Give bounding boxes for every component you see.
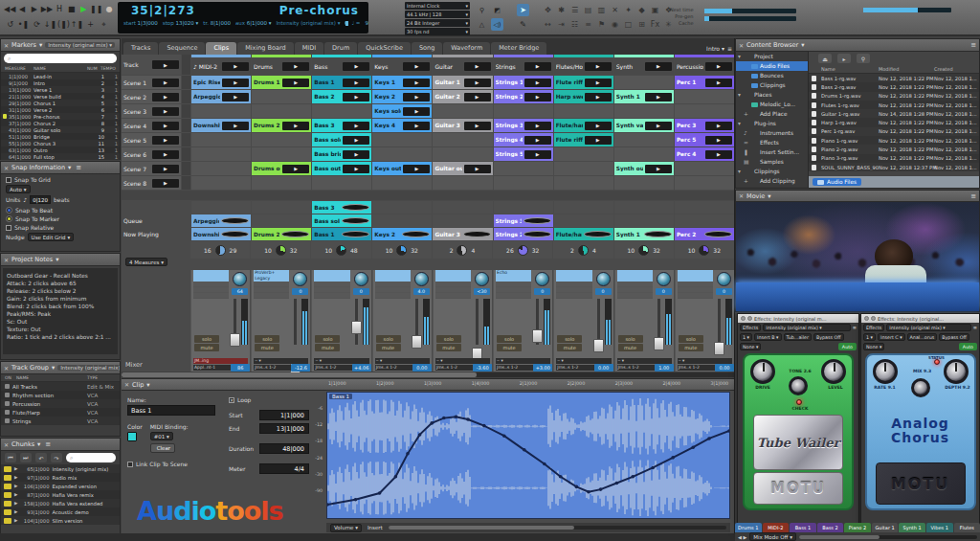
marker-row[interactable]: 37|1|000Chorus 281 [1, 120, 120, 126]
clip-cell[interactable]: Guitar outro▶ [433, 162, 492, 175]
clear-binding-button[interactable]: Clear [150, 443, 175, 453]
tool-icon[interactable]: ☷ [568, 18, 581, 31]
clip-cell[interactable]: Bass bridge▶ [312, 147, 371, 161]
clip-cell[interactable]: Strings 5▶ [494, 147, 553, 161]
output-assignment[interactable]: Jms..s 1-2 [556, 365, 594, 371]
tool-icon[interactable]: ☰ [568, 4, 581, 16]
chunk-row[interactable]: ▶ 104|1|000 Slim version [1, 516, 120, 525]
clip-stop-icon[interactable] [342, 217, 369, 224]
transport-mode-button[interactable]: ↺ [4, 18, 16, 31]
marker-row[interactable]: 29|1|000Chorus 151 [1, 100, 120, 106]
solo-button[interactable]: solo [618, 335, 643, 343]
tool-icon[interactable]: ◉ [609, 18, 621, 31]
track-tab[interactable]: Vibes 1 [926, 523, 953, 532]
tool-icon[interactable]: ▣ [649, 4, 661, 16]
close-icon[interactable]: ✕ [4, 42, 9, 49]
volume-value[interactable]: 1.00 [655, 364, 674, 372]
sequence-selector[interactable]: Intensity (original mix) ▾ [276, 20, 340, 26]
queued-clip[interactable]: Guitar 3 [433, 228, 492, 240]
bottom-scrollbar[interactable] [799, 535, 977, 539]
transport-button[interactable]: ▶▶ [41, 3, 53, 15]
marker-row[interactable]: 31|1|000Verse 261 [1, 106, 120, 113]
scene-row-header[interactable]: Scene 5▶ [122, 133, 181, 147]
marker-row[interactable]: 55|1|000Chorus 3111 [1, 140, 120, 147]
clip-cell[interactable]: Keys solo▶ [372, 104, 432, 118]
track-header[interactable]: Strings▶ [494, 55, 553, 75]
rate-knob[interactable] [873, 359, 898, 384]
menu-icon[interactable]: ≡ [970, 192, 976, 200]
clock-setting-dropdown[interactable]: 30 fps nd▾ [405, 28, 470, 35]
track-tab[interactable]: MIDI-2 [763, 523, 790, 532]
clip-cell[interactable]: Keys 2▶ [372, 90, 432, 103]
queued-clip[interactable]: Perc 2 [675, 228, 734, 240]
markers-search-input[interactable]: ⌕ [4, 54, 117, 63]
browser-back-icon[interactable]: ⏏ [818, 54, 832, 63]
file-row[interactable]: Flutes 1-rg.wavNov 12, 2018 1:22 PMNov 1… [809, 101, 979, 109]
snap-units-value[interactable]: 0|120 [30, 195, 51, 204]
clip-stop-icon[interactable] [221, 217, 249, 224]
file-row[interactable]: Bass 2-rg.wavNov 12, 2018 1:22 PMNov 12,… [809, 82, 979, 91]
solo-button[interactable]: solo [679, 335, 703, 343]
close-icon[interactable]: ✕ [739, 192, 744, 199]
tool-icon[interactable]: ✱ [555, 4, 568, 16]
mute-button[interactable]: mute [618, 344, 643, 351]
clip-start-value[interactable]: 1|1|000 [259, 410, 309, 420]
volume-fader[interactable] [654, 337, 664, 350]
chunk-skip-start-icon[interactable]: ⏮ [5, 453, 16, 462]
output-assignment[interactable]: Jms..s 1-2 [435, 365, 474, 371]
clip-stop-icon[interactable] [342, 231, 369, 237]
volume-fader[interactable] [593, 339, 604, 352]
chunk-row[interactable]: ▶ 97|1|000 Radio mix [1, 473, 120, 482]
chunk-row[interactable]: ▶ 106|1|000 Expanded version [1, 482, 120, 490]
output-assignment[interactable]: Appl..nt-1 [193, 365, 232, 371]
measure-ruler[interactable]: 1|1|0001|2|0001|3|0001|4|0002|1|0002|2|0… [326, 381, 730, 391]
level-knob[interactable] [821, 359, 846, 384]
scene-play-icon[interactable]: ▶ [152, 93, 179, 101]
snap-to-beat-radio[interactable] [6, 207, 12, 214]
marker-row[interactable]: 63|1|000Outro131 [1, 147, 120, 153]
insert-slot[interactable] [617, 293, 653, 299]
pan-knob[interactable] [717, 272, 731, 286]
audio-toggle-icon[interactable]: △ [476, 18, 488, 31]
solo-button[interactable]: solo [557, 335, 582, 343]
bypass-toggle[interactable]: Bypass Off [813, 333, 844, 341]
view-tab[interactable]: Clips [206, 42, 236, 55]
clip-stop-icon[interactable] [704, 231, 732, 237]
clip-cell[interactable]: Bass solo▶ [312, 133, 371, 147]
file-row[interactable]: Piano 2-rg.wavNov 12, 2018 1:22 PMNov 12… [809, 145, 979, 153]
solo-button[interactable]: solo [194, 335, 219, 343]
tone-knob[interactable] [789, 376, 808, 395]
play-icon[interactable]: ▶ [464, 62, 491, 71]
transport-button[interactable]: ▶ [29, 3, 40, 15]
solo-button[interactable]: solo [255, 335, 279, 343]
scene-play-icon[interactable]: ▶ [152, 136, 179, 145]
link-clip-checkbox[interactable] [127, 462, 133, 467]
pan-value[interactable]: <30 [474, 288, 490, 295]
close-icon[interactable]: ✕ [4, 257, 9, 263]
tool-icon[interactable]: ✥ [542, 4, 554, 16]
file-row[interactable]: Piano 1-rg.wavNov 12, 2018 1:22 PMNov 12… [809, 136, 979, 145]
clip-cell[interactable]: Bass 1▶ [312, 76, 371, 89]
menu-icon[interactable]: ≡ [45, 440, 51, 448]
chunk-row[interactable]: ▶ 158|1|000 Hafia Vera extended [1, 499, 120, 507]
track-header[interactable]: Bass▶ [312, 55, 371, 75]
clip-color-swatch[interactable] [127, 432, 137, 441]
track-header[interactable]: Synth▶ [614, 55, 674, 75]
track-tab[interactable]: Flutes [954, 523, 980, 532]
clip-cell[interactable]: Guitar 1▶ [433, 76, 492, 89]
clip-name-input[interactable]: Bass 1 [127, 405, 215, 416]
clip-stop-icon[interactable] [281, 231, 309, 237]
pan-value[interactable]: 4.0 [413, 288, 430, 295]
file-row[interactable]: Guitar 1-rg.wavNov 14, 2018 1:28 PMNov 1… [809, 109, 979, 118]
effects-target-dropdown[interactable]: Effects [740, 324, 761, 331]
tool-icon[interactable]: ↔ [542, 18, 554, 31]
clip-cell[interactable]: Synth outro▶ [614, 162, 674, 175]
intro-dropdown[interactable]: Intro ▾ [706, 45, 724, 52]
chunk-play-icon[interactable]: ▶ [14, 475, 17, 480]
tool-icon[interactable]: ⇥ [555, 18, 568, 31]
pan-knob[interactable] [596, 272, 611, 286]
scene-row-header[interactable]: Scene 6▶ [122, 147, 181, 161]
brand-plate[interactable]: MOTU [876, 462, 966, 505]
browser-tree-item[interactable]: Bounces [736, 71, 808, 80]
transport-button[interactable]: ◀◀ [4, 3, 15, 15]
